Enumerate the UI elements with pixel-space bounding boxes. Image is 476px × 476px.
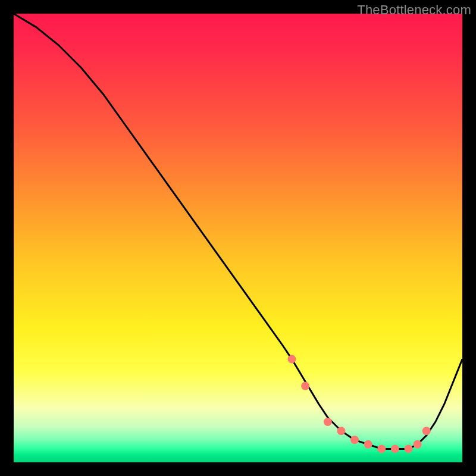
curve-marker: [405, 444, 413, 453]
curve-marker: [391, 444, 399, 453]
curve-marker: [350, 436, 359, 444]
curve-marker: [288, 355, 296, 364]
curve-markers: [288, 355, 431, 453]
curve-line: [14, 14, 462, 449]
curve-marker: [414, 440, 422, 449]
curve-marker: [364, 440, 372, 449]
watermark-text: TheBottleneck.com: [357, 2, 471, 18]
curve-marker: [377, 444, 386, 453]
curve-marker: [337, 427, 345, 435]
curve-marker: [301, 382, 309, 390]
bottleneck-curve: [14, 14, 462, 462]
curve-marker: [324, 418, 332, 426]
chart-frame: TheBottleneck.com: [0, 0, 476, 476]
curve-marker: [422, 427, 431, 435]
plot-area: [14, 14, 462, 462]
